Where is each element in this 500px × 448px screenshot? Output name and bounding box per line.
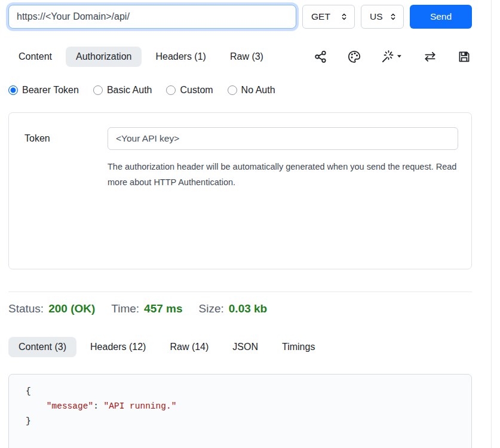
- token-panel: Token The authorization header will be a…: [8, 112, 472, 269]
- auth-type-row: Bearer Token Basic Auth Custom No Auth: [8, 85, 472, 96]
- chevron-expand-icon: [389, 13, 397, 21]
- radio-unchecked-icon: [93, 85, 103, 95]
- json-value: "API running.": [104, 401, 177, 411]
- response-status-row: Status: 200 (OK) Time: 457 ms Size: 0.03…: [8, 302, 472, 315]
- size-value: 0.03 kb: [229, 302, 267, 315]
- json-separator: :: [93, 401, 103, 411]
- tab-raw[interactable]: Raw (3): [220, 47, 274, 67]
- json-indent: [26, 401, 47, 411]
- token-help-text: The authorization header will be automat…: [108, 159, 458, 191]
- auth-option-no-auth[interactable]: No Auth: [228, 85, 275, 96]
- send-button[interactable]: Send: [410, 5, 472, 29]
- method-select-value: GET: [311, 11, 330, 22]
- time-group: Time: 457 ms: [111, 302, 182, 315]
- radio-unchecked-icon: [228, 85, 237, 95]
- toolbar: [314, 50, 472, 63]
- response-tab-timings[interactable]: Timings: [272, 337, 325, 357]
- request-tabs-row: Content Authorization Headers (1) Raw (3…: [8, 47, 472, 67]
- auth-option-label: Basic Auth: [107, 85, 152, 96]
- tab-authorization[interactable]: Authorization: [66, 47, 142, 67]
- method-select[interactable]: GET: [302, 5, 355, 29]
- token-row: Token: [24, 127, 458, 150]
- region-select-value: US: [370, 11, 383, 22]
- size-group: Size: 0.03 kb: [199, 302, 268, 315]
- share-icon[interactable]: [314, 50, 327, 63]
- json-close-brace: }: [26, 416, 31, 426]
- tab-headers[interactable]: Headers (1): [145, 47, 216, 67]
- radio-checked-icon: [8, 85, 18, 95]
- chevron-expand-icon: [340, 13, 348, 21]
- response-body-panel[interactable]: { "message": "API running." }: [8, 374, 472, 448]
- api-client-page: GET US Send Content Authorization Header…: [0, 0, 492, 448]
- time-label: Time:: [111, 302, 139, 315]
- tab-content[interactable]: Content: [8, 47, 62, 67]
- json-key: "message": [47, 401, 93, 411]
- magic-wand-dropdown-icon[interactable]: [381, 50, 403, 63]
- auth-option-bearer-token[interactable]: Bearer Token: [8, 85, 79, 96]
- size-label: Size:: [199, 302, 224, 315]
- json-open-brace: {: [26, 386, 31, 396]
- token-label: Token: [24, 133, 108, 144]
- token-input[interactable]: [108, 127, 458, 150]
- response-tab-json[interactable]: JSON: [222, 337, 268, 357]
- auth-option-label: No Auth: [241, 85, 275, 96]
- save-icon[interactable]: [458, 50, 471, 63]
- response-tab-content[interactable]: Content (3): [8, 337, 76, 357]
- request-tabs: Content Authorization Headers (1) Raw (3…: [8, 47, 274, 67]
- radio-unchecked-icon: [166, 85, 176, 95]
- auth-option-basic-auth[interactable]: Basic Auth: [93, 85, 152, 96]
- response-tabs: Content (3) Headers (12) Raw (14) JSON T…: [8, 337, 472, 357]
- palette-icon[interactable]: [348, 50, 361, 63]
- status-group: Status: 200 (OK): [8, 302, 95, 315]
- swap-arrows-icon[interactable]: [423, 50, 437, 63]
- auth-option-custom[interactable]: Custom: [166, 85, 213, 96]
- status-label: Status:: [8, 302, 44, 315]
- auth-option-label: Custom: [180, 85, 213, 96]
- response-tab-raw[interactable]: Raw (14): [159, 337, 219, 357]
- region-select[interactable]: US: [361, 5, 404, 29]
- response-json: { "message": "API running." }: [26, 384, 464, 429]
- url-input[interactable]: [8, 5, 296, 29]
- time-value: 457 ms: [144, 302, 182, 315]
- status-value: 200 (OK): [48, 302, 95, 315]
- auth-option-label: Bearer Token: [22, 85, 79, 96]
- response-tab-headers[interactable]: Headers (12): [80, 337, 156, 357]
- section-divider: [8, 291, 472, 292]
- request-bar: GET US Send: [8, 5, 472, 29]
